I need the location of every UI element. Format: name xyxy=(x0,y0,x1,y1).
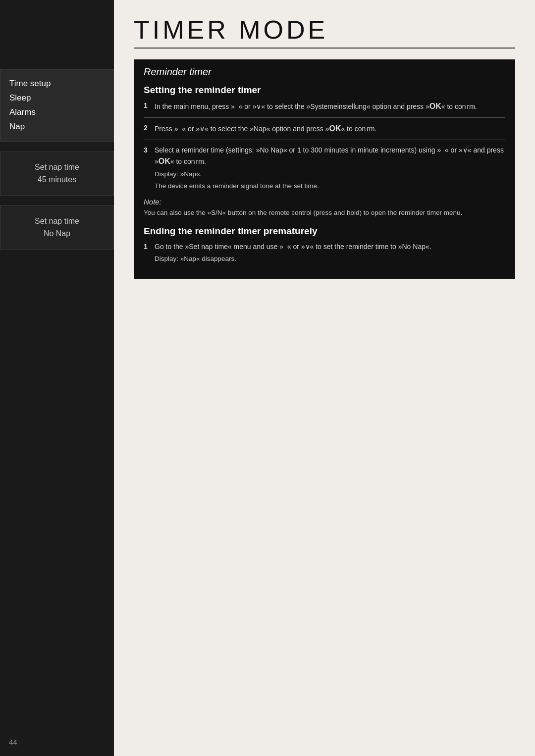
display-label-1-line2: 45 minutes xyxy=(9,173,105,186)
instruction-item-1: 1 In the main menu, press » « or »∨« to … xyxy=(144,101,505,112)
display-box-2: Set nap time No Nap xyxy=(0,205,114,250)
instruction-text-1: In the main menu, press » « or »∨« to se… xyxy=(155,101,505,112)
note-block: Note: You can also use the »S/N« button … xyxy=(144,198,505,218)
instruction-display-3b: The device emits a reminder signal tone … xyxy=(155,181,505,191)
ending-display-1: Display: »Nap« disappears. xyxy=(155,254,505,264)
display-label-2-line2: No Nap xyxy=(9,227,105,240)
instruction-num-1: 1 xyxy=(144,101,155,111)
ending-instruction-text-1: Go to the »Set nap time« menu and use » … xyxy=(155,242,505,264)
note-text: You can also use the »S/N« button on the… xyxy=(144,208,505,218)
page-number: 44 xyxy=(0,733,114,756)
menu-item-sleep[interactable]: Sleep xyxy=(9,91,105,105)
setting-title: Setting the reminder timer xyxy=(144,85,505,96)
ending-title: Ending the reminder timer prematurely xyxy=(144,226,505,237)
display-label-2-line1: Set nap time xyxy=(9,215,105,228)
instruction-num-3: 3 xyxy=(144,145,155,155)
instruction-item-3: 3 Select a reminder time (settings: »No … xyxy=(144,145,505,192)
display-label-1-line1: Set nap time xyxy=(9,161,105,174)
sidebar: Time setup Sleep Alarms Nap Set nap time… xyxy=(0,0,114,756)
instruction-num-2: 2 xyxy=(144,123,155,133)
menu-item-alarms[interactable]: Alarms xyxy=(9,105,105,120)
menu-item-nap[interactable]: Nap xyxy=(9,120,105,134)
instruction-item-2: 2 Press » « or »∨« to select the »Nap« o… xyxy=(144,123,505,135)
menu-item-time-setup[interactable]: Time setup xyxy=(9,77,105,91)
ending-instruction-list: 1 Go to the »Set nap time« menu and use … xyxy=(144,242,505,264)
note-title: Note: xyxy=(144,198,505,206)
instruction-display-3a: Display: »Nap«. xyxy=(155,169,505,179)
instruction-text-2: Press » « or »∨« to select the »Nap« opt… xyxy=(155,123,505,135)
main-content: TIMER MODE Reminder timer Setting the re… xyxy=(114,0,535,756)
instruction-text-3: Select a reminder time (settings: »No Na… xyxy=(155,145,505,192)
reminder-timer-section: Reminder timer Setting the reminder time… xyxy=(134,59,515,279)
section-title: Reminder timer xyxy=(144,66,505,78)
ending-instruction-item-1: 1 Go to the »Set nap time« menu and use … xyxy=(144,242,505,264)
menu-box: Time setup Sleep Alarms Nap xyxy=(0,69,114,142)
ending-instruction-num-1: 1 xyxy=(144,242,155,252)
display-box-1: Set nap time 45 minutes xyxy=(0,151,114,196)
instruction-list: 1 In the main menu, press » « or »∨« to … xyxy=(144,101,505,192)
page-title: TIMER MODE xyxy=(134,15,515,49)
